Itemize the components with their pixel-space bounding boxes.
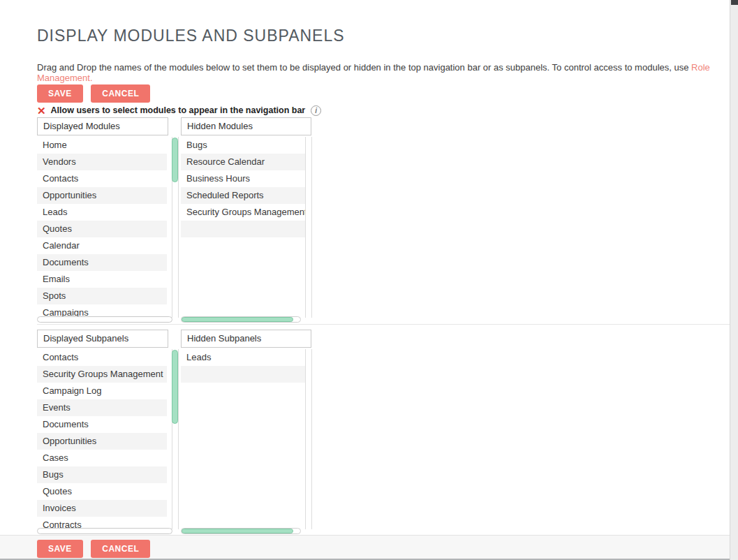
checkbox-label: Allow users to select modules to appear … [51,105,306,115]
list-item[interactable]: Cases [37,450,167,466]
section-divider [37,324,730,325]
list-item[interactable]: Leads [181,349,305,366]
hidden-subpanels-list: Leads [181,349,305,529]
page-title: DISPLAY MODULES AND SUBPANELS [37,27,345,45]
displayed-modules-horizontal-scrollbar[interactable] [37,316,172,323]
hidden-modules-horizontal-thumb[interactable] [182,317,293,322]
list-item[interactable]: Business Hours [181,170,305,187]
list-item[interactable]: Contacts [37,349,167,366]
checkbox-x-icon[interactable]: ✕ [37,105,46,116]
info-icon[interactable]: i [311,105,321,116]
admin-display-modules-page: DISPLAY MODULES AND SUBPANELS Drag and D… [0,0,738,560]
list-item[interactable]: Events [37,399,167,416]
description-text: Drag and Drop the names of the modules b… [37,62,688,73]
hidden-modules-vertical-scrollbar[interactable] [305,137,312,318]
list-item[interactable]: Invoices [37,500,167,517]
list-item[interactable]: Documents [37,254,167,271]
hidden-modules-list: BugsResource CalendarBusiness HoursSched… [181,137,305,318]
displayed-modules-vertical-scrollbar[interactable] [172,137,179,318]
list-item[interactable]: Home [37,137,167,154]
hidden-subpanels-vertical-scrollbar[interactable] [305,349,312,529]
list-item[interactable]: Bugs [181,137,305,154]
cancel-button-bottom[interactable]: CANCEL [91,540,150,558]
list-item[interactable]: Opportunities [37,187,167,204]
list-item[interactable]: Quotes [37,221,167,237]
list-item[interactable]: Emails [37,271,167,288]
save-button-bottom[interactable]: SAVE [37,540,83,558]
hidden-modules-header: Hidden Modules [181,117,311,135]
allow-users-checkbox-row: ✕ Allow users to select modules to appea… [37,104,321,117]
list-item[interactable]: Documents [37,416,167,433]
top-button-row: SAVE CANCEL [37,84,155,103]
list-item[interactable]: Security Groups Management [37,366,167,383]
list-item-empty [181,221,305,237]
list-item[interactable]: Bugs [37,466,167,483]
list-item[interactable]: Vendors [37,154,167,170]
page-scrollbar[interactable] [730,0,738,560]
bottom-button-row: SAVE CANCEL [37,540,155,558]
hidden-modules-horizontal-scrollbar[interactable] [181,316,301,323]
list-item[interactable]: Resource Calendar [181,154,305,170]
list-item[interactable]: Leads [37,204,167,221]
save-button[interactable]: SAVE [37,84,83,103]
displayed-subpanels-header: Displayed Subpanels [37,330,168,348]
list-item[interactable]: Campaign Log [37,383,167,399]
list-item[interactable]: Contacts [37,170,167,187]
list-item[interactable]: Spots [37,288,167,304]
hidden-subpanels-header: Hidden Subpanels [181,330,311,348]
hidden-subpanels-horizontal-thumb[interactable] [182,529,293,533]
list-item[interactable]: Security Groups Management [181,204,305,221]
list-item[interactable]: Scheduled Reports [181,187,305,204]
displayed-subpanels-horizontal-scrollbar[interactable] [37,528,172,534]
list-item[interactable]: Opportunities [37,433,167,450]
list-item[interactable]: Calendar [37,237,167,254]
displayed-modules-scrollbar-thumb[interactable] [172,138,178,182]
hidden-subpanels-horizontal-scrollbar[interactable] [181,528,301,534]
displayed-subpanels-scrollbar-thumb[interactable] [172,350,178,424]
list-item[interactable]: Quotes [37,483,167,500]
displayed-modules-header: Displayed Modules [37,117,168,135]
list-item-empty [181,366,305,383]
cancel-button[interactable]: CANCEL [91,84,150,103]
page-scrollbar-thumb[interactable] [731,0,738,5]
displayed-subpanels-vertical-scrollbar[interactable] [172,349,179,529]
displayed-modules-list: HomeVendorsContactsOpportunitiesLeadsQuo… [37,137,167,318]
page-description: Drag and Drop the names of the modules b… [37,62,738,83]
displayed-subpanels-list: ContactsSecurity Groups ManagementCampai… [37,349,167,529]
